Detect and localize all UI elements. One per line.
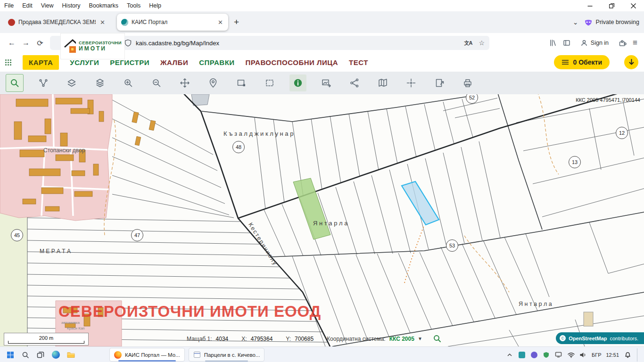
hidden-icons-chevron[interactable] [506,351,513,359]
menu-tools[interactable]: Tools [123,2,145,9]
restore-button[interactable] [601,0,622,11]
notification-bell-icon[interactable] [624,351,631,359]
layers-flat-tool-button[interactable] [63,74,80,91]
menu-file[interactable]: File [0,2,18,9]
tab2-close-icon[interactable]: ✕ [217,19,224,26]
nav-item-pravosposobni[interactable]: ПРАВОСПОСОБНИ ЛИЦА [246,58,339,66]
minimize-button[interactable] [579,0,601,11]
apps-grid-icon[interactable] [5,59,12,66]
menu-help[interactable]: Help [145,2,165,9]
massif-circle-47: 47 [131,229,143,241]
translate-icon[interactable]: 文A [464,40,472,47]
zoom-out-tool-button[interactable] [148,74,165,91]
reload-button[interactable]: ⟳ [33,39,47,48]
extensions-icon[interactable] [619,39,627,47]
zoom-in-tool-button[interactable] [120,74,137,91]
extent-tool-button[interactable] [261,74,278,91]
nav-item-karta[interactable]: КАРТА [23,55,59,70]
x-value: 4795364 [251,336,273,342]
nav-item-zhalbi[interactable]: ЖАЛБИ [160,58,188,66]
taskbar-window-parceli[interactable]: Парцели в с. Кичево... [189,348,265,362]
osm-name[interactable]: OpenStreetMap [569,336,607,341]
url-text[interactable]: kais.cadastre.bg/bg/Map/Index [136,40,219,47]
objects-button[interactable]: 0 Обекти [554,55,610,69]
y-label: Y: [286,336,291,342]
bookmark-star-icon[interactable]: ☆ [479,39,485,47]
y-value: 700685 [295,336,314,342]
volume-icon[interactable] [579,351,587,359]
location-tool-button[interactable] [205,74,222,91]
sign-in-button[interactable]: Sign in [577,37,612,49]
map-canvas[interactable]: Стопански двор К ъ з а л д ж и к л у н а… [0,94,644,346]
menu-bookmarks[interactable]: Bookmarks [84,2,123,9]
taskbar-search-icon[interactable] [20,349,31,361]
map-tool-button[interactable] [374,74,391,91]
shield-icon[interactable] [124,39,132,47]
start-button[interactable] [5,349,16,361]
new-tab-button[interactable]: + [228,17,245,27]
private-mask-icon [584,18,593,26]
tab1-title: Продава ЗЕМЕДЕЛСКА ЗЕМЯ в [18,19,96,25]
share-tool-button[interactable] [346,74,363,91]
nav-item-registri[interactable]: РЕГИСТРИ [110,58,149,66]
search-tool-button[interactable] [6,74,24,92]
crs-dropdown-icon[interactable]: ▼ [418,336,422,341]
pan-tool-button[interactable] [176,74,193,91]
tray-app-icon-1[interactable] [518,351,526,359]
crs-label: Координатна система: [327,336,386,342]
massif-circle-53: 53 [446,239,458,252]
map-label-settlement: Стопански двор [43,147,85,154]
menu-edit[interactable]: Edit [18,2,37,9]
menu-view[interactable]: View [37,2,58,9]
nav-item-spravki[interactable]: СПРАВКИ [199,58,234,66]
firefox-icon [114,351,122,359]
tab-prodava[interactable]: Продава ЗЕМЕДЕЛСКА ЗЕМЯ в ✕ [4,14,110,31]
osm-attribution[interactable]: © OpenStreetMap contributors. [556,332,644,344]
forward-button[interactable]: → [19,39,33,47]
layers-tool-button[interactable] [91,74,108,91]
map-toolbar [0,72,644,95]
edge-icon[interactable] [50,349,61,361]
task-view-icon[interactable] [35,349,46,361]
sidebar-icon[interactable] [563,39,570,47]
print-tool-button[interactable] [459,74,476,91]
selection-tool-button[interactable] [35,74,52,91]
tab1-close-icon[interactable]: ✕ [99,19,106,26]
coordinates-tool-button[interactable] [403,74,420,91]
rect-select-tool-button[interactable] [233,74,250,91]
account-icon [580,39,588,47]
system-tray: БГР 12:51 [506,348,641,362]
clock[interactable]: 12:51 [606,352,619,358]
tab-kais-portal[interactable]: КАИС Портал ✕ [117,14,228,31]
tray-display-icon[interactable] [555,351,562,359]
show-desktop-button[interactable] [637,348,639,362]
tray-shield-icon[interactable] [543,351,550,359]
tray-app-icon-2[interactable] [530,351,538,359]
library-icon[interactable] [549,39,557,47]
network-wifi-icon[interactable] [567,351,575,359]
nav-item-uslugi[interactable]: УСЛУГИ [70,58,99,66]
close-button[interactable] [622,0,644,11]
file-explorer-icon[interactable] [65,349,76,361]
scale-bar-line [8,341,84,344]
export-image-tool-button[interactable] [318,74,335,91]
back-button[interactable]: ← [5,39,19,47]
taskbar-window2-title: Парцели в с. Кичево... [204,352,260,358]
menu-bar: File Edit View History Bookmarks Tools H… [0,0,644,11]
taskbar-window-kais[interactable]: КАИС Портал — Mo... [109,348,185,362]
coordinate-search-icon[interactable] [433,334,442,343]
app-menu-icon[interactable]: ≡ [633,38,637,48]
nav-item-test[interactable]: ТЕСТ [349,58,368,66]
list-all-tabs-icon[interactable]: ⌄ [573,18,578,26]
agency-logo-overlay: СЕВЕРОИЗТОЧНИ ИМОТИ [60,33,125,59]
language-indicator[interactable]: БГР [592,352,602,358]
map-label-kazaldzhiklunar: К ъ з а л д ж и к л у н а р [223,130,293,137]
map-label-carwash: автомивка [61,321,80,325]
crs-value[interactable]: ККС 2005 [389,336,414,342]
private-browsing-badge: Private browsing [584,18,639,26]
info-tool-button[interactable] [289,74,306,91]
export-page-tool-button[interactable] [431,74,448,91]
menu-history[interactable]: History [58,2,85,9]
objects-download-button[interactable] [624,55,638,69]
x-label: X: [241,336,247,342]
